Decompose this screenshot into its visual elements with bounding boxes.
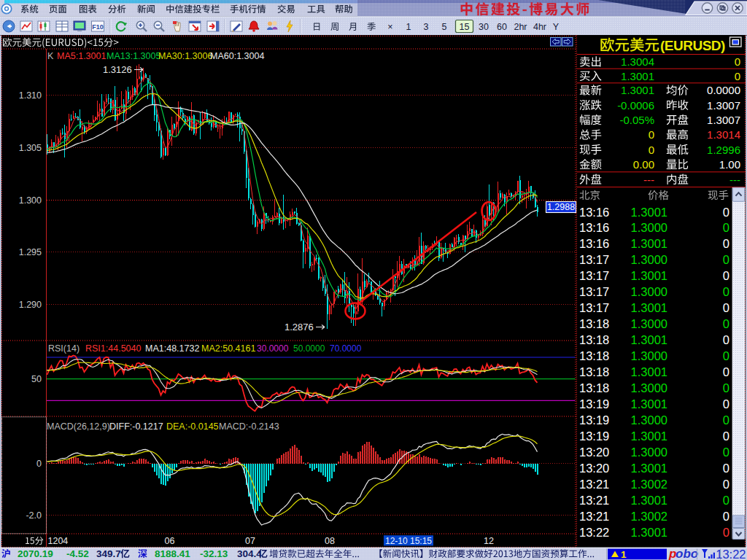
svg-text:349.7: 349.7 [96,548,121,559]
svg-text:1.3014: 1.3014 [707,128,740,141]
svg-text:13:16: 13:16 [579,206,609,219]
svg-text:13:22: 13:22 [716,548,746,560]
svg-text:12-10 15:15: 12-10 15:15 [385,536,432,546]
svg-text:60: 60 [497,22,507,32]
svg-text:F10: F10 [92,23,104,31]
svg-text:1.3007: 1.3007 [707,99,740,112]
svg-text:1.3000: 1.3000 [631,253,667,266]
svg-text:13:18: 13:18 [579,333,609,346]
svg-text:1.3001: 1.3001 [631,526,667,539]
svg-text:304.4: 304.4 [237,548,262,559]
svg-text:0: 0 [723,221,729,234]
svg-text:0: 0 [723,333,729,346]
svg-text:1.3001: 1.3001 [631,365,667,378]
svg-text:MA5:1.3001: MA5:1.3001 [57,51,106,61]
svg-text:MA60:1.3004: MA60:1.3004 [210,51,264,61]
svg-text:13:17: 13:17 [579,269,609,282]
svg-text:DIFF:-0.1217: DIFF:-0.1217 [109,421,163,432]
svg-text:15: 15 [460,22,470,32]
svg-text:1.3001: 1.3001 [631,397,667,411]
svg-text:0: 0 [649,128,654,141]
svg-text:50: 50 [31,374,42,384]
svg-text:13:21: 13:21 [579,494,609,507]
svg-text:0: 0 [723,285,729,298]
svg-text:0.0000: 0.0000 [707,84,740,96]
svg-text:0: 0 [723,462,729,475]
svg-text:0: 0 [723,494,729,507]
svg-text:1.3001: 1.3001 [621,84,654,96]
svg-text:1.3000: 1.3000 [631,446,667,459]
svg-text:1.290: 1.290 [19,300,42,310]
svg-text:1.3001: 1.3001 [631,462,667,475]
svg-text:RSI1:44.5040: RSI1:44.5040 [85,343,141,354]
svg-text:13:21: 13:21 [579,510,609,523]
svg-text:1: 1 [406,22,411,32]
svg-text:MA13:1.3005: MA13:1.3005 [107,51,160,61]
svg-text:8188.41: 8188.41 [155,548,190,559]
svg-text:-2.0: -2.0 [26,510,42,521]
svg-text:1.310: 1.310 [19,90,42,101]
svg-text:0: 0 [649,144,654,156]
svg-text:MA30:1.3006: MA30:1.3006 [158,51,212,61]
svg-text:1.3002: 1.3002 [631,478,667,491]
svg-text:0: 0 [723,253,729,266]
svg-text:13:19: 13:19 [579,429,609,443]
svg-text:08: 08 [325,536,335,546]
svg-text:1.305: 1.305 [19,143,42,153]
svg-text:0: 0 [723,365,729,378]
svg-text:0: 0 [723,413,729,427]
svg-text:(EURUSD): (EURUSD) [660,38,725,53]
svg-text:---: --- [729,174,740,186]
svg-text:1.3000: 1.3000 [631,285,667,298]
svg-text:1.3001: 1.3001 [631,206,667,219]
svg-text:MACD:-0.2143: MACD:-0.2143 [219,421,279,432]
svg-text:1.3001: 1.3001 [631,237,667,250]
svg-text:1.3007: 1.3007 [707,114,740,126]
svg-text:1.3001: 1.3001 [631,429,667,443]
svg-text:13:16: 13:16 [579,237,609,250]
svg-text:0: 0 [735,70,740,82]
svg-text:0: 0 [723,237,729,250]
svg-text:13:18: 13:18 [579,365,609,378]
svg-text:1.3000: 1.3000 [631,349,667,362]
svg-text:DEA:-0.0145: DEA:-0.0145 [166,421,219,432]
svg-text:1.3001: 1.3001 [631,333,667,346]
svg-text:1.3000: 1.3000 [631,221,667,234]
svg-text:06: 06 [165,536,175,546]
svg-text:07: 07 [245,536,255,546]
svg-text:MA2:50.4161: MA2:50.4161 [201,343,255,354]
svg-text:MA1:48.1732: MA1:48.1732 [145,343,199,354]
svg-text:1.3002: 1.3002 [631,510,667,523]
svg-text:1.00: 1.00 [719,158,740,171]
svg-text:13:19: 13:19 [579,413,609,427]
svg-text:1: 1 [621,549,627,560]
svg-text:0: 0 [723,301,729,314]
svg-text:30.0000: 30.0000 [257,343,289,354]
svg-text:-32.13: -32.13 [200,548,228,559]
svg-text:-4.52: -4.52 [66,548,89,559]
svg-text:0: 0 [723,446,729,459]
svg-text:2070.19: 2070.19 [18,548,53,559]
svg-text:1.2876: 1.2876 [285,322,314,332]
svg-text:0: 0 [735,55,740,68]
svg-text:13:18: 13:18 [579,381,609,394]
svg-text:13:20: 13:20 [579,446,609,459]
svg-text:0: 0 [723,269,729,282]
svg-text:13:17: 13:17 [579,301,609,314]
svg-text:0.00: 0.00 [633,158,654,171]
svg-text:3: 3 [424,22,429,32]
svg-text:1.2996: 1.2996 [707,144,740,156]
svg-text:-0.0006: -0.0006 [617,99,654,112]
svg-text:1.3004: 1.3004 [621,55,654,68]
svg-text:0: 0 [723,317,729,330]
svg-text:1.3000: 1.3000 [631,317,667,330]
svg-text:13:20: 13:20 [579,462,609,475]
svg-text:0: 0 [723,429,729,443]
svg-text:0: 0 [723,526,729,539]
svg-text:1.2988: 1.2988 [547,202,575,212]
svg-text:1.300: 1.300 [19,195,42,206]
svg-text:0: 0 [723,206,729,219]
svg-text:13:17: 13:17 [579,253,609,266]
svg-text:0: 0 [723,381,729,394]
svg-text:1.3001: 1.3001 [631,494,667,507]
